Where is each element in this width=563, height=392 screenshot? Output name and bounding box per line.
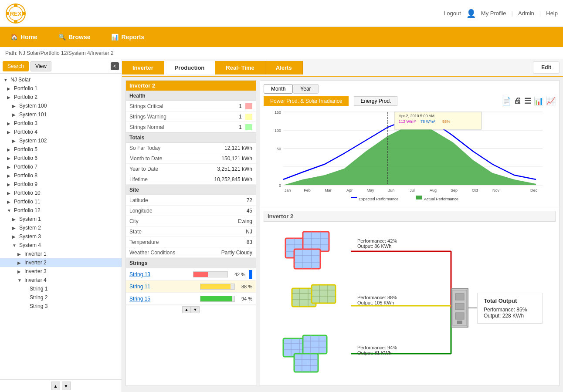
tab-inverter[interactable]: Inverter: [122, 61, 164, 74]
tree-item-system-4[interactable]: ▼System 4: [0, 241, 122, 250]
tree-label: Portfolio 7: [14, 164, 37, 170]
home-nav[interactable]: 🏠 Home: [0, 27, 48, 47]
tree-item-portfolio-2[interactable]: ▶Portfolio 2: [0, 93, 122, 101]
tree-arrow: ▶: [12, 226, 17, 230]
tree-label: Portfolio 8: [14, 172, 37, 179]
warning-indicator: [245, 114, 252, 120]
tree-scroll-up[interactable]: ▲: [51, 382, 60, 390]
chart-svg: Power Production (W/m²) 150 100: [264, 108, 543, 203]
energy-prod-tab[interactable]: Energy Prod.: [354, 96, 397, 106]
tree-item-portfolio-3[interactable]: ▶Portfolio 3: [0, 119, 122, 128]
svg-text:Jun: Jun: [388, 188, 395, 193]
tree-item-system-1[interactable]: ▶System 1: [0, 215, 122, 223]
left-scroll-down[interactable]: ▼: [191, 306, 200, 313]
total-output-box: Total Output Performance: 85% Output: 22…: [477, 293, 543, 324]
line-chart-icon[interactable]: 📈: [546, 96, 556, 106]
tree-label: Inverter 1: [24, 251, 47, 257]
admin-link[interactable]: Admin: [518, 10, 534, 17]
tree-item-inverter-1[interactable]: ▶Inverter 1: [0, 250, 122, 258]
tree-item-portfolio-4[interactable]: ▶Portfolio 4: [0, 128, 122, 136]
state-row: State NJ: [126, 226, 256, 237]
content: Inverter Production Real- Time Alerts Ed…: [122, 59, 563, 392]
logo: REX: [5, 3, 26, 24]
tab-production[interactable]: Production: [164, 61, 216, 74]
tab-realtime[interactable]: Real- Time: [215, 61, 265, 74]
home-icon: 🏠: [10, 34, 18, 41]
tree-label: System 3: [19, 233, 41, 240]
svg-text:May: May: [366, 188, 374, 193]
tree-arrow: ▼: [7, 208, 12, 213]
tree-item-portfolio-11[interactable]: ▶Portfolio 11: [0, 197, 122, 206]
tree-label: Portfolio 2: [14, 94, 37, 100]
tree-item-portfolio-8[interactable]: ▶Portfolio 8: [0, 171, 122, 180]
right-panel: Month Year Power Prod. & Solar Irradianc…: [260, 80, 560, 386]
logout-link[interactable]: Logout: [444, 10, 461, 17]
tree-label: Portfolio 5: [14, 146, 37, 152]
svg-text:Mar: Mar: [325, 188, 332, 193]
diagram-section: Invertor 2: [260, 207, 559, 385]
lifetime-row: Lifetime 10,252,845 kWh: [126, 174, 256, 185]
bar-chart-icon[interactable]: 📊: [534, 96, 543, 106]
svg-rect-66: [312, 285, 336, 303]
tree-item-portfolio-12[interactable]: ▼Portfolio 12: [0, 206, 122, 215]
my-profile-link[interactable]: My Profile: [481, 10, 506, 17]
tree-item-inverter-2[interactable]: ▶Inverter 2: [0, 258, 122, 267]
tree-item-portfolio-7[interactable]: ▶Portfolio 7: [0, 162, 122, 171]
string-13-link[interactable]: String 13: [129, 271, 193, 277]
reports-nav[interactable]: 📊 Reports: [101, 27, 155, 47]
collapse-button[interactable]: <: [111, 62, 119, 70]
longitude-row: Longitude 45: [126, 206, 256, 216]
tree-item-string-3[interactable]: String 3: [0, 302, 122, 311]
string-13-bar: [193, 271, 228, 277]
pdf-icon[interactable]: 📄: [502, 96, 511, 106]
help-link[interactable]: Help: [546, 10, 558, 17]
string-15-link[interactable]: String 15: [129, 296, 200, 302]
power-prod-tab[interactable]: Power Prod. & Solar Irradiance: [264, 96, 349, 106]
tree-item-nj-solar[interactable]: ▼NJ Solar: [0, 75, 122, 84]
tree-arrow: ▼: [3, 78, 9, 82]
year-period-btn[interactable]: Year: [293, 84, 318, 94]
table-icon[interactable]: ☰: [524, 96, 531, 106]
tree-arrow: ▶: [12, 112, 17, 117]
tree-item-string-1[interactable]: String 1: [0, 284, 122, 293]
print-icon[interactable]: 🖨: [514, 96, 522, 106]
browse-nav[interactable]: 🔍 Browse: [48, 27, 101, 47]
panel-group-top: [277, 230, 346, 279]
string-11-link[interactable]: String 11: [129, 284, 200, 290]
tree-item-system-102[interactable]: ▶System 102: [0, 136, 122, 145]
content-body: Invertor 2 Health Strings Critical 1 Str…: [122, 77, 563, 392]
tree-item-system-3[interactable]: ▶System 3: [0, 232, 122, 241]
tree-arrow: ▶: [12, 139, 17, 143]
diagram-title: Invertor 2: [264, 211, 556, 222]
tree-item-portfolio-1[interactable]: ▶Portfolio 1: [0, 84, 122, 93]
month-period-btn[interactable]: Month: [264, 84, 293, 94]
chart-title-row: Power Prod. & Solar Irradiance Energy Pr…: [264, 96, 556, 106]
search-button[interactable]: Search: [3, 61, 29, 71]
tree-scroll-down[interactable]: ▼: [62, 382, 71, 390]
tree-item-portfolio-10[interactable]: ▶Portfolio 10: [0, 189, 122, 197]
tree-item-portfolio-5[interactable]: ▶Portfolio 5: [0, 145, 122, 154]
panel-group-bottom: [277, 334, 346, 379]
tree-item-inverter-4[interactable]: ▼Inverter 4: [0, 276, 122, 284]
tree-item-portfolio-6[interactable]: ▶Portfolio 6: [0, 154, 122, 162]
left-scroll-up[interactable]: ▲: [182, 306, 191, 313]
string-11-bar: [200, 284, 235, 290]
tree-item-string-2[interactable]: String 2: [0, 293, 122, 302]
tree-item-portfolio-9[interactable]: ▶Portfolio 9: [0, 180, 122, 189]
tree-item-system-101[interactable]: ▶System 101: [0, 110, 122, 119]
sidebar: Search View < ▼NJ Solar▶Portfolio 1▶Port…: [0, 59, 122, 392]
tree-item-system-2[interactable]: ▶System 2: [0, 223, 122, 232]
svg-rect-81: [294, 354, 318, 372]
tree-arrow: ▶: [12, 234, 17, 239]
tree-label: System 4: [19, 242, 41, 248]
tab-alerts[interactable]: Alerts: [265, 61, 303, 74]
edit-button[interactable]: Edit: [533, 61, 560, 74]
tree-item-inverter-3[interactable]: ▶Inverter 3: [0, 267, 122, 276]
view-button[interactable]: View: [31, 61, 51, 71]
tree-arrow: ▶: [7, 182, 12, 187]
chart-container: Power Production (W/m²) 150 100: [264, 108, 556, 203]
tree-label: Portfolio 10: [14, 190, 41, 196]
perf-label-bottom: Performance: 94% Output: 81 KWh: [357, 345, 397, 355]
tree-item-system-100[interactable]: ▶System 100: [0, 101, 122, 110]
svg-rect-76: [303, 335, 327, 354]
